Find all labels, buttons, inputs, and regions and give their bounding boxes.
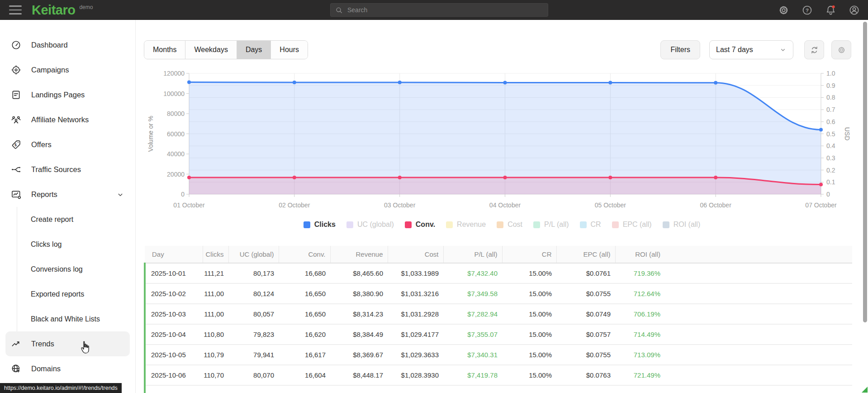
cell-uc-global: 79,941	[228, 345, 279, 365]
sidebar-item-campaigns[interactable]: Campaigns	[0, 58, 135, 82]
column-header-clicks[interactable]: Clicks	[203, 246, 228, 263]
cell-filler	[665, 283, 852, 304]
trends-table: DayClicksUC (global)Conv.RevenueCostP/L …	[144, 246, 852, 393]
help-icon[interactable]: ?	[802, 5, 813, 16]
menu-icon[interactable]	[9, 5, 22, 14]
legend-item-cr[interactable]: CR	[580, 220, 601, 229]
legend-swatch	[533, 221, 540, 228]
cell-revenue: $4,883.14	[330, 385, 388, 393]
column-header-roi-all[interactable]: ROI (all)	[615, 246, 665, 263]
svg-text:0.9: 0.9	[826, 82, 835, 89]
trends-table-wrap: DayClicksUC (global)Conv.RevenueCostP/L …	[144, 246, 851, 393]
legend-label: CR	[591, 220, 601, 229]
cell-day: 2025-10-04	[145, 324, 203, 345]
table-row[interactable]: 2025-10-05110,7979,94116,617$8,369.67$1,…	[145, 345, 852, 365]
tab-hours[interactable]: Hours	[271, 41, 308, 59]
table-row[interactable]: 2025-10-01111,2180,17316,680$8,465.60$1,…	[145, 263, 852, 283]
cell-p-l-all: $7,419.78	[443, 365, 502, 385]
refresh-button[interactable]	[804, 40, 824, 59]
column-header-cr[interactable]: CR	[502, 246, 556, 263]
column-header-revenue[interactable]: Revenue	[330, 246, 388, 263]
column-header-cost[interactable]: Cost	[388, 246, 443, 263]
legend-item-clicks[interactable]: Clicks	[304, 220, 336, 229]
svg-text:?: ?	[806, 7, 809, 13]
svg-text:20000: 20000	[167, 171, 185, 178]
search-input[interactable]	[346, 6, 544, 14]
sidebar-item-trends[interactable]: Trends	[5, 331, 130, 356]
sidebar-item-clicks-log[interactable]: Clicks log	[0, 232, 135, 257]
sidebar-item-landings-pages[interactable]: Landings Pages	[0, 82, 135, 107]
legend-swatch	[405, 221, 412, 228]
svg-text:0.3: 0.3	[826, 154, 835, 162]
legend-item-roi-all[interactable]: ROI (all)	[663, 220, 701, 229]
notifications-icon[interactable]	[825, 5, 836, 16]
svg-text:0: 0	[181, 191, 185, 198]
cell-uc-global: 80,124	[228, 283, 279, 304]
sidebar-item-traffic-sources[interactable]: Traffic Sources	[0, 157, 135, 182]
sidebar-item-conversions-log[interactable]: Conversions log	[0, 257, 135, 282]
cell-revenue: $8,448.17	[330, 365, 388, 385]
sidebar-item-dashboard[interactable]: Dashboard	[0, 33, 135, 58]
sidebar-item-label: Landings Pages	[31, 91, 85, 99]
legend-item-revenue[interactable]: Revenue	[446, 220, 486, 229]
page-scrollbar[interactable]	[863, 22, 867, 322]
table-row[interactable]: 2025-10-02111,0080,12416,650$8,380.90$1,…	[145, 283, 852, 304]
tab-months[interactable]: Months	[144, 41, 185, 59]
svg-text:60000: 60000	[167, 130, 185, 138]
cell-revenue: $8,369.67	[330, 345, 388, 365]
column-header-uc-global[interactable]: UC (global)	[228, 246, 279, 263]
sidebar-item-black-and-white-lists[interactable]: Black and White Lists	[0, 307, 135, 331]
column-header-epc-all[interactable]: EPC (all)	[556, 246, 615, 263]
sidebar-item-create-report[interactable]: Create report	[0, 207, 135, 232]
status-url: https://demo.keitaro.io/admin/#!/trends/…	[4, 385, 118, 391]
account-icon[interactable]	[849, 5, 860, 16]
filters-button[interactable]: Filters	[660, 40, 700, 59]
cell-epc-all: $0.0749	[556, 304, 615, 324]
cell-conv: 16,650	[279, 304, 330, 324]
svg-text:0.5: 0.5	[826, 130, 835, 138]
column-header-p-l-all[interactable]: P/L (all)	[443, 246, 502, 263]
legend-item-p-l-all[interactable]: P/L (all)	[533, 220, 569, 229]
svg-text:1.0: 1.0	[826, 70, 835, 77]
cell-cr: 15.00%	[502, 283, 556, 304]
chart-legend: ClicksUC (global)Conv.RevenueCostP/L (al…	[136, 220, 868, 229]
table-row[interactable]: 2025-10-06110,7080,07016,604$8,448.17$1,…	[145, 365, 852, 385]
column-header-day[interactable]: Day	[145, 246, 203, 263]
cell-filler	[665, 304, 852, 324]
cell-cost: $1,029.3633	[388, 345, 443, 365]
table-row[interactable]: 2025-10-03111,0080,05716,650$8,314.23$1,…	[145, 304, 852, 324]
sidebar-item-domains[interactable]: Domains	[0, 356, 135, 381]
column-header-conv[interactable]: Conv.	[279, 246, 330, 263]
sidebar-item-affiliate-networks[interactable]: Affiliate Networks	[0, 107, 135, 132]
tab-days[interactable]: Days	[237, 41, 271, 59]
sidebar-item-label: Clicks log	[31, 240, 62, 249]
tab-weekdays[interactable]: Weekdays	[185, 41, 237, 59]
cell-revenue: $8,465.60	[330, 263, 388, 283]
sidebar-item-label: Create report	[31, 216, 73, 224]
sidebar-item-offers[interactable]: $Offers	[0, 132, 135, 157]
cell-roi-all: 714.49%	[615, 324, 665, 345]
cell-uc-global: 80,173	[228, 263, 279, 283]
cell-epc-all: $0.0755	[556, 283, 615, 304]
table-row[interactable]: 2025-10-04110,8079,82316,620$8,384.49$1,…	[145, 324, 852, 345]
legend-item-epc-all[interactable]: EPC (all)	[612, 220, 652, 229]
sidebar-item-reports[interactable]: Reports	[0, 182, 135, 207]
table-row[interactable]: 2025-10-0764,1041,4579,616$4,883.14$517.…	[145, 385, 852, 393]
svg-text:03 October: 03 October	[384, 201, 416, 209]
cell-day: 2025-10-01	[145, 263, 203, 283]
legend-item-uc-global[interactable]: UC (global)	[346, 220, 394, 229]
sidebar-item-label: Affiliate Networks	[31, 115, 89, 124]
legend-item-cost[interactable]: Cost	[497, 220, 522, 229]
sidebar-item-label: Reports	[31, 190, 57, 199]
settings-icon[interactable]	[778, 5, 789, 16]
date-range-select[interactable]: Last 7 days	[709, 40, 793, 59]
cell-cost: $1,031.2928	[388, 304, 443, 324]
corner-indicator-icon	[862, 387, 868, 393]
sidebar-item-exported-reports[interactable]: Exported reports	[0, 282, 135, 307]
chart-settings-button[interactable]	[831, 40, 851, 59]
svg-text:0.2: 0.2	[826, 167, 835, 174]
cell-epc-all: $0.0761	[556, 263, 615, 283]
legend-item-conv[interactable]: Conv.	[405, 220, 435, 229]
legend-label: Cost	[508, 220, 522, 229]
legend-label: Revenue	[457, 220, 486, 229]
